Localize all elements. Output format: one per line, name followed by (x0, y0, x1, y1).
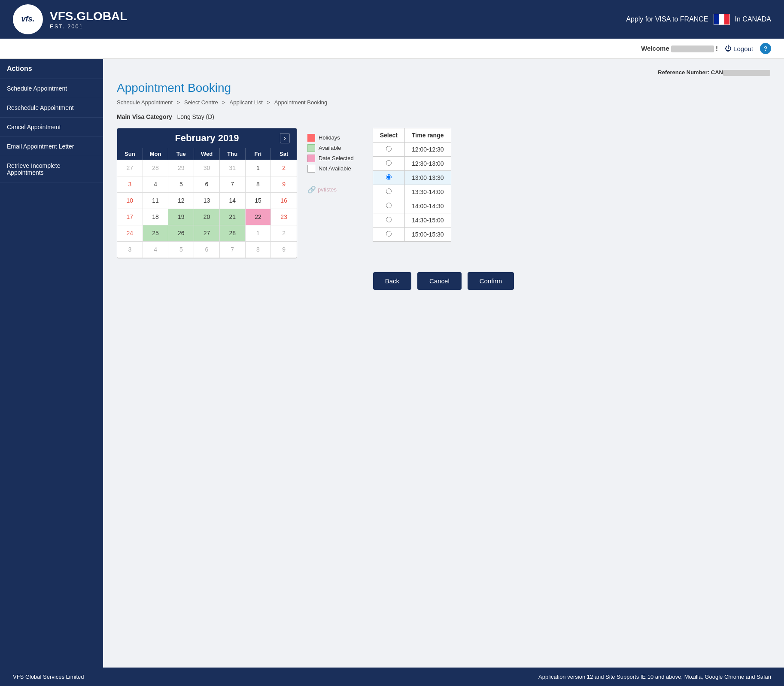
header-left: vfs. VFS.GLOBAL EST. 2001 (13, 4, 127, 34)
calendar-cell-10-14[interactable]: 10 (117, 193, 143, 209)
day-label-mon: Mon (143, 148, 169, 160)
day-label-tue: Tue (168, 148, 194, 160)
sidebar-item-schedule[interactable]: Schedule Appointment (0, 79, 103, 98)
sidebar-item-cancel[interactable]: Cancel Appointment (0, 118, 103, 137)
calendar-legend-row: ‹ February 2019 › Sun Mon Tue Wed Thu Fr… (117, 128, 770, 258)
time-table: Select Time range 12:00-12:3012:30-13:00… (373, 128, 451, 242)
calendar-cell-12-16[interactable]: 12 (168, 193, 194, 209)
legend-holidays: Holidays (307, 134, 354, 142)
calendar-cell-8-12[interactable]: 8 (246, 176, 271, 193)
legend-column: Holidays Available Date Selected Not Ava… (307, 128, 354, 194)
time-slot-row-t3[interactable]: 13:00-13:30 (373, 170, 451, 185)
time-col-select: Select (373, 128, 404, 142)
calendar-cell-25-29[interactable]: 25 (143, 225, 169, 242)
calendar-cell-21-25[interactable]: 21 (220, 209, 246, 225)
calendar-grid: 2728293031123456789101112131415161718192… (117, 160, 297, 258)
calendar-cell-26-30[interactable]: 26 (168, 225, 194, 242)
time-range-t6: 14:30-15:00 (404, 213, 451, 227)
calendar-cell-1-5[interactable]: 1 (246, 160, 271, 176)
calendar-cell-31-4: 31 (220, 160, 246, 176)
calendar-cell-13-17[interactable]: 13 (194, 193, 220, 209)
calendar-cell-24-28[interactable]: 24 (117, 225, 143, 242)
sidebar-item-retrieve[interactable]: Retrieve Incomplete Appointments (0, 156, 103, 182)
calendar-cell-6-38: 6 (194, 242, 220, 258)
time-slot-row-t4[interactable]: 13:30-14:00 (373, 185, 451, 199)
reference-blurred (723, 70, 770, 76)
cancel-button[interactable]: Cancel (417, 272, 462, 290)
sidebar-item-reschedule[interactable]: Reschedule Appointment (0, 98, 103, 118)
time-radio-t7[interactable] (386, 231, 392, 237)
legend-label-unavailable: Not Available (319, 165, 351, 172)
calendar-cell-23-27[interactable]: 23 (271, 209, 297, 225)
confirm-button[interactable]: Confirm (468, 272, 514, 290)
calendar-cell-15-19[interactable]: 15 (246, 193, 271, 209)
calendar-cell-2-6[interactable]: 2 (271, 160, 297, 176)
time-col-range: Time range (404, 128, 451, 142)
breadcrumb: Schedule Appointment > Select Centre > A… (117, 99, 770, 106)
calendar-cell-19-23[interactable]: 19 (168, 209, 194, 225)
time-radio-t2[interactable] (386, 160, 392, 166)
logout-button[interactable]: ⏻ Logout (725, 45, 753, 52)
back-button[interactable]: Back (373, 272, 411, 290)
legend-box-selected (307, 155, 315, 162)
footer-company: VFS Global Services Limited (13, 674, 84, 680)
time-slot-row-t2[interactable]: 12:30-13:00 (373, 156, 451, 170)
time-radio-t4[interactable] (386, 188, 392, 194)
reference-row: Reference Number: CAN (117, 69, 770, 76)
calendar: ‹ February 2019 › Sun Mon Tue Wed Thu Fr… (117, 128, 297, 258)
time-slot-row-t5[interactable]: 14:00-14:30 (373, 199, 451, 213)
calendar-cell-16-20[interactable]: 16 (271, 193, 297, 209)
calendar-cell-27-31[interactable]: 27 (194, 225, 220, 242)
legend-unavailable: Not Available (307, 165, 354, 173)
calendar-cell-20-24[interactable]: 20 (194, 209, 220, 225)
day-label-wed: Wed (194, 148, 220, 160)
legend-box-available (307, 144, 315, 152)
france-flag (714, 14, 730, 25)
calendar-cell-29-2: 29 (168, 160, 194, 176)
time-radio-t1[interactable] (386, 146, 392, 152)
page-title: Appointment Booking (117, 81, 770, 95)
logo-italic: vfs. (21, 15, 34, 24)
calendar-cell-7-11[interactable]: 7 (220, 176, 246, 193)
time-slot-row-t7[interactable]: 15:00-15:30 (373, 227, 451, 241)
calendar-cell-3-35: 3 (117, 242, 143, 258)
day-label-sat: Sat (271, 148, 297, 160)
calendar-cell-9-13[interactable]: 9 (271, 176, 297, 193)
calendar-cell-7-39: 7 (220, 242, 246, 258)
time-slot-row-t1[interactable]: 12:00-12:30 (373, 142, 451, 156)
time-slots-wrapper: Select Time range 12:00-12:3012:30-13:00… (373, 128, 451, 242)
calendar-cell-6-10[interactable]: 6 (194, 176, 220, 193)
calendar-cell-30-3: 30 (194, 160, 220, 176)
time-radio-t3[interactable] (386, 174, 392, 180)
button-row: Back Cancel Confirm (117, 272, 770, 290)
legend-label-available: Available (319, 145, 341, 151)
calendar-cell-2-34: 2 (271, 225, 297, 242)
logo-text: VFS.GLOBAL EST. 2001 (50, 9, 127, 30)
calendar-cell-17-21[interactable]: 17 (117, 209, 143, 225)
sidebar-item-email[interactable]: Email Appointment Letter (0, 137, 103, 156)
time-range-t2: 12:30-13:00 (404, 156, 451, 170)
logo-est: EST. 2001 (50, 23, 127, 30)
main-layout: Actions Schedule Appointment Reschedule … (0, 59, 784, 668)
calendar-cell-5-9[interactable]: 5 (168, 176, 194, 193)
calendar-cell-4-8[interactable]: 4 (143, 176, 169, 193)
calendar-cell-5-37: 5 (168, 242, 194, 258)
calendar-cell-14-18[interactable]: 14 (220, 193, 246, 209)
time-slot-row-t6[interactable]: 14:30-15:00 (373, 213, 451, 227)
calendar-cell-18-22[interactable]: 18 (143, 209, 169, 225)
logo-circle: vfs. (13, 4, 43, 34)
calendar-cell-11-15[interactable]: 11 (143, 193, 169, 209)
calendar-next-button[interactable]: › (280, 133, 290, 143)
calendar-cell-3-7[interactable]: 3 (117, 176, 143, 193)
visa-category-label: Main Visa Category (117, 113, 172, 120)
visa-category-value: Long Stay (D) (177, 113, 214, 120)
help-button[interactable]: ? (760, 43, 771, 54)
time-radio-t5[interactable] (386, 203, 392, 208)
legend-available: Available (307, 144, 354, 152)
calendar-cell-28-32[interactable]: 28 (220, 225, 246, 242)
footer: VFS Global Services Limited Application … (0, 668, 784, 686)
calendar-days-header: Sun Mon Tue Wed Thu Fri Sat (117, 148, 297, 160)
calendar-header: ‹ February 2019 › (117, 128, 297, 148)
flag-red (724, 14, 729, 24)
time-radio-t6[interactable] (386, 217, 392, 222)
